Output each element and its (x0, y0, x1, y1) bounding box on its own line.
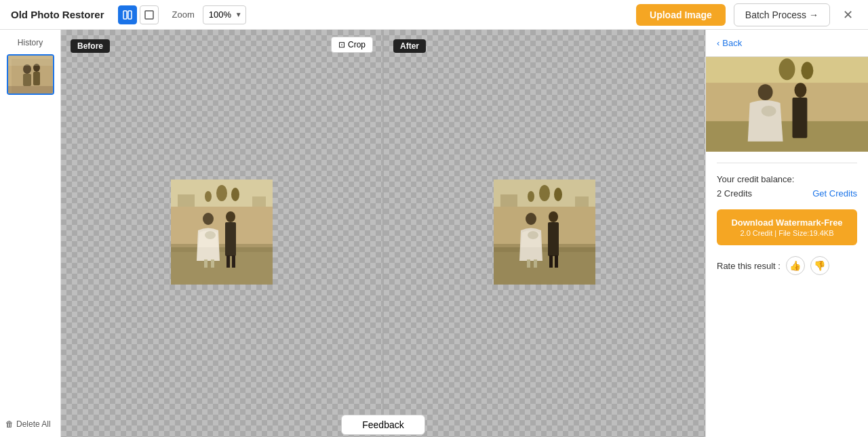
app-title: Old Photo Restorer (11, 9, 104, 20)
svg-rect-18 (171, 247, 273, 285)
svg-point-48 (801, 62, 813, 79)
thumbs-down-button[interactable]: 👎 (810, 256, 829, 275)
crop-button[interactable]: ⊡ Crop (331, 37, 373, 53)
svg-rect-44 (555, 255, 558, 268)
zoom-label: Zoom (172, 9, 195, 20)
svg-point-31 (554, 188, 562, 201)
svg-rect-24 (204, 259, 208, 268)
svg-point-13 (216, 185, 227, 201)
svg-point-32 (528, 191, 534, 202)
svg-rect-6 (23, 74, 31, 86)
svg-rect-26 (226, 255, 230, 268)
rate-section: Rate this result : 👍 👎 (717, 256, 857, 275)
svg-rect-1 (128, 11, 132, 19)
after-panel: After (384, 30, 705, 437)
svg-point-50 (758, 84, 773, 100)
svg-point-5 (23, 64, 31, 74)
svg-rect-35 (494, 247, 595, 285)
thumbs-up-icon: 👍 (789, 260, 801, 271)
svg-point-40 (528, 231, 538, 239)
svg-point-53 (762, 106, 776, 117)
svg-rect-10 (8, 56, 54, 66)
svg-point-14 (231, 188, 239, 201)
svg-rect-41 (527, 259, 530, 268)
svg-rect-39 (548, 222, 559, 256)
credit-count: 2 Credits (717, 188, 752, 199)
thumbs-up-button[interactable]: 👍 (786, 256, 805, 275)
svg-rect-34 (575, 196, 589, 207)
download-subtitle: 2.0 Credit | File Size:19.4KB (725, 229, 849, 237)
svg-point-21 (226, 211, 235, 222)
back-button[interactable]: ‹ Back (717, 38, 742, 48)
right-panel-body: Your credit balance: 2 Credits Get Credi… (706, 152, 868, 437)
thumbs-down-icon: 👎 (814, 260, 825, 271)
before-label: Before (71, 39, 110, 53)
get-credits-link[interactable]: Get Credits (812, 188, 857, 199)
history-label: History (18, 38, 43, 47)
trash-icon: 🗑 (5, 419, 14, 429)
svg-point-37 (526, 213, 536, 225)
svg-rect-9 (8, 86, 54, 95)
svg-rect-19 (171, 244, 273, 252)
download-watermark-free-button[interactable]: Download Watermark-Free 2.0 Credit | Fil… (717, 209, 857, 245)
right-panel: ‹ Back (705, 30, 868, 437)
svg-rect-52 (792, 98, 807, 138)
svg-rect-22 (225, 222, 236, 256)
rate-label: Rate this result : (717, 261, 781, 271)
svg-point-51 (794, 83, 806, 98)
svg-rect-27 (232, 255, 235, 268)
zoom-wrapper: 100% 50% 75% 125% 150% ▼ (203, 5, 246, 24)
result-preview (706, 57, 868, 152)
svg-point-47 (779, 58, 795, 80)
download-btn-label: Download Watermark-Free (725, 217, 849, 228)
svg-rect-43 (549, 255, 553, 268)
history-thumbnail[interactable] (7, 54, 54, 95)
svg-point-38 (549, 211, 558, 222)
after-image (494, 180, 595, 288)
batch-process-button[interactable]: Batch Process → (734, 3, 830, 26)
svg-rect-36 (494, 244, 595, 252)
svg-rect-42 (534, 259, 537, 268)
after-label: After (393, 39, 426, 53)
svg-point-15 (205, 191, 212, 202)
delete-all-button[interactable]: 🗑 Delete All (5, 419, 51, 429)
before-panel: Before ⊡ Crop (61, 30, 384, 437)
svg-point-23 (205, 231, 216, 239)
zoom-select[interactable]: 100% 50% 75% 125% 150% (203, 5, 246, 24)
svg-rect-33 (500, 194, 517, 207)
single-view-btn[interactable] (140, 5, 159, 24)
credit-section: Your credit balance: 2 Credits Get Credi… (717, 174, 857, 199)
right-panel-header: ‹ Back (706, 30, 868, 57)
feedback-button[interactable]: Feedback (341, 415, 425, 435)
svg-rect-2 (145, 11, 153, 19)
svg-point-20 (203, 213, 214, 225)
crop-icon: ⊡ (338, 40, 345, 49)
credit-title: Your credit balance: (717, 174, 857, 184)
close-button[interactable]: ✕ (838, 5, 857, 24)
svg-rect-25 (211, 259, 214, 268)
svg-rect-16 (178, 194, 195, 207)
svg-point-30 (539, 185, 550, 201)
back-chevron-icon: ‹ (717, 38, 719, 48)
before-image (171, 180, 273, 288)
view-toggle (118, 5, 159, 24)
svg-rect-8 (33, 72, 40, 85)
svg-rect-0 (123, 11, 127, 19)
delete-all-label: Delete All (16, 419, 51, 429)
svg-rect-17 (252, 196, 266, 207)
upload-image-button[interactable]: Upload Image (636, 4, 726, 26)
svg-rect-49 (706, 121, 868, 152)
split-view-btn[interactable] (118, 5, 137, 24)
